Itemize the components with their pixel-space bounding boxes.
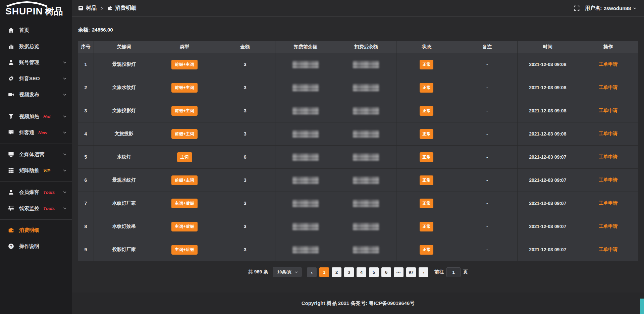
sidebar-item-all-media-operation[interactable]: 全媒体运营 [0,146,72,162]
page-ellipsis-button[interactable]: ••• [394,267,404,277]
column-header: 操作 [578,41,639,53]
column-header: 备注 [457,41,517,53]
balance: 余额:24856.00 [77,17,639,41]
cell-post-balance [336,76,396,99]
sidebar-item-douketong[interactable]: 抖客通New [0,124,72,141]
sidebar-item-label: 操作说明 [19,243,39,250]
type-badge: 主词+后缀 [171,222,198,231]
cell-type: 主词+后缀 [154,192,215,215]
cell-remark: - [457,238,517,261]
type-badge: 前缀+主词 [171,129,198,139]
cell-keyword: 景观投影灯 [94,53,154,76]
sidebar-item-douyin-seo[interactable]: 抖音SEO [0,70,72,87]
user-menu[interactable]: 用户名: zswodun88 [585,5,637,11]
work-order-link[interactable]: 工单申请 [599,154,618,159]
wallet-icon [8,227,14,233]
sidebar-nav: 首页数据总览账号管理抖音SEO视频发布视频加热Hot抖客通New全媒体运营矩阵助… [0,21,72,255]
sidebar-item-operation-guide[interactable]: ?操作说明 [0,238,72,254]
page-button-6[interactable]: 6 [381,267,391,277]
work-order-link[interactable]: 工单申请 [599,223,618,229]
cell-amount: 3 [215,215,275,238]
sidebar-item-data-overview[interactable]: 数据总览 [0,38,72,54]
chevron-down-icon [63,206,67,210]
column-header: 关键词 [94,41,154,53]
work-order-link[interactable]: 工单申请 [599,247,618,252]
sidebar-item-consumption-detail[interactable]: 消费明细 [0,222,72,238]
chevron-down-icon [63,130,67,135]
sidebar-group: 首页数据总览账号管理抖音SEO视频发布 [0,21,72,103]
page-button-2[interactable]: 2 [332,267,341,277]
goto-page-input[interactable] [446,267,461,277]
column-header: 序号 [78,41,94,53]
page-button-3[interactable]: 3 [344,267,354,277]
work-order-link[interactable]: 工单申请 [599,200,618,206]
sidebar-item-home[interactable]: 首页 [0,22,72,38]
balance-value: 24856.00 [92,27,113,33]
chevron-down-icon [633,6,637,10]
status-badge: 正常 [420,222,433,231]
sidebar-item-clue-monitor[interactable]: 线索监控Tools [0,200,72,216]
masked-balance [353,61,379,68]
status-badge: 正常 [420,199,433,208]
breadcrumb-current: 消费明细 [115,5,137,12]
cell-remark: - [457,146,517,169]
work-order-link[interactable]: 工单申请 [599,61,618,67]
total-count: 共 969 条 [248,269,268,275]
cell-post-balance [336,122,396,146]
page-button-5[interactable]: 5 [369,267,379,277]
page-button-1[interactable]: 1 [319,267,329,277]
status-badge: 正常 [420,60,433,69]
masked-balance [353,200,379,207]
svg-text:?: ? [10,244,12,248]
sidebar-item-video-publish[interactable]: 视频发布 [0,87,72,103]
sidebar-item-matrix-boost[interactable]: 矩阵助推VIP [0,162,72,178]
table-row: 6景观水纹灯前缀+主词3正常-2021-12-03 09:07工单申请 [78,169,639,192]
teal-edge-widget[interactable] [640,299,644,314]
work-order-link[interactable]: 工单申请 [599,85,618,90]
type-badge: 前缀+主词 [171,106,198,116]
masked-balance [353,223,379,230]
cell-type: 前缀+主词 [154,53,215,76]
chevron-down-icon [63,93,67,97]
page-button-97[interactable]: 97 [406,267,416,277]
cell-remark: - [457,53,517,76]
table-header-row: 序号关键词类型金额扣费前余额扣费后余额状态备注时间操作 [78,41,639,53]
cell-status: 正常 [396,192,457,215]
sidebar-item-label: 视频加热 [19,113,39,120]
page-size-select[interactable]: 10条/页 [273,267,302,277]
cell-index: 6 [78,169,94,192]
breadcrumb-root[interactable]: 树品 [86,5,97,12]
cell-amount: 3 [215,238,275,261]
sidebar-item-video-heat[interactable]: 视频加热Hot [0,108,72,124]
goto-prefix: 前往 [434,269,444,275]
copyright-text: Copyright 树品 2021 备案号: 粤ICP备09019646号 [302,300,415,307]
work-order-link[interactable]: 工单申请 [599,177,618,182]
cell-post-balance [336,192,396,215]
sidebar-item-member-baoke[interactable]: 会员爆客Tools [0,184,72,200]
sidebar-group: 视频加热Hot抖客通New [0,106,72,141]
work-order-link[interactable]: 工单申请 [599,108,618,113]
page-button-4[interactable]: 4 [357,267,366,277]
brand-logo[interactable]: SHUPIN树品 [0,0,72,20]
cell-post-balance [336,146,396,169]
cell-post-balance [336,238,396,261]
masked-balance [292,84,319,91]
cell-pre-balance [275,99,336,122]
sidebar-item-tag: Hot [43,114,51,119]
cell-time: 2021-12-03 09:07 [518,215,578,238]
prev-page-button[interactable]: ‹ [307,267,317,277]
pagination: 共 969 条 10条/页 ‹ 123456•••97 › 前往 页 [77,267,639,277]
cell-remark: - [457,76,517,99]
column-header: 时间 [518,41,578,53]
sidebar-item-account-manage[interactable]: 账号管理 [0,54,72,70]
work-order-link[interactable]: 工单申请 [599,131,618,136]
cell-status: 正常 [396,169,457,192]
cell-status: 正常 [396,99,457,122]
cell-pre-balance [275,215,336,238]
fullscreen-icon[interactable] [574,5,580,11]
cell-status: 正常 [396,53,457,76]
next-page-button[interactable]: › [419,267,428,277]
chevron-down-icon [63,114,67,118]
cell-keyword: 景观水纹灯 [94,169,154,192]
cell-index: 3 [78,99,94,122]
